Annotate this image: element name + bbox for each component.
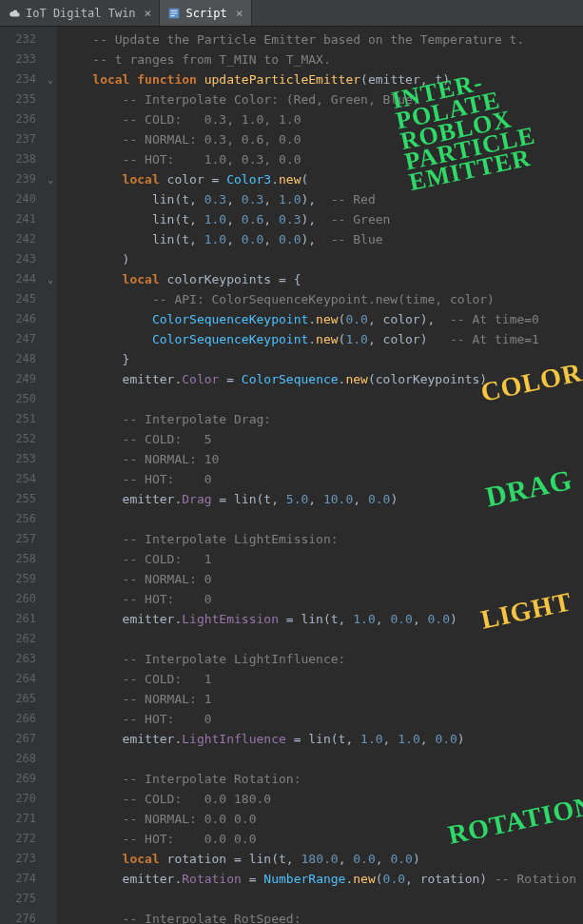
tab-bar: IoT Digital Twin × Script × <box>0 0 583 27</box>
code-line[interactable]: -- COLD: 5 <box>63 429 583 449</box>
line-number: 235 <box>0 89 44 109</box>
code-line[interactable]: -- NORMAL: 0.3, 0.6, 0.0 <box>63 129 583 149</box>
line-number: 257 <box>0 529 44 549</box>
line-number: 253 <box>0 449 44 469</box>
line-number: 261 <box>0 609 44 629</box>
code-line[interactable]: -- HOT: 0 <box>63 589 583 609</box>
code-line[interactable]: -- COLD: 0.0 180.0 <box>63 789 583 809</box>
tab-iot[interactable]: IoT Digital Twin × <box>0 0 160 26</box>
code-line[interactable]: -- NORMAL: 1 <box>63 689 583 709</box>
script-icon <box>167 7 181 20</box>
code-line[interactable]: local colorKeypoints = { <box>63 269 583 289</box>
line-number: 268 <box>0 749 44 769</box>
line-number: 270 <box>0 789 44 809</box>
line-number: 276 <box>0 909 44 924</box>
line-number: 267 <box>0 729 44 749</box>
code-line[interactable]: -- NORMAL: 0.0 0.0 <box>63 809 583 829</box>
line-number: 275 <box>0 889 44 909</box>
code-line[interactable]: -- Interpolate RotSpeed: <box>63 909 583 924</box>
code-line[interactable]: -- Interpolate Color: (Red, Green, Blue) <box>63 89 583 109</box>
line-number: 256 <box>0 509 44 529</box>
code-line[interactable]: emitter.LightInfluence = lin(t, 1.0, 1.0… <box>63 729 583 749</box>
editor[interactable]: 2322332342352362372382392402412422432442… <box>0 27 583 924</box>
code-line[interactable]: local rotation = lin(t, 180.0, 0.0, 0.0) <box>63 849 583 869</box>
line-number: 251 <box>0 409 44 429</box>
code-line[interactable]: -- COLD: 1 <box>63 549 583 569</box>
code-line[interactable]: emitter.Color = ColorSequence.new(colorK… <box>63 369 583 389</box>
code-line[interactable] <box>63 629 583 649</box>
line-number: 269 <box>0 769 44 789</box>
code-line[interactable]: -- Update the Particle Emitter based on … <box>63 29 583 49</box>
fold-chevron-icon[interactable]: ⌄ <box>44 69 57 89</box>
code-line[interactable]: -- COLD: 0.3, 1.0, 1.0 <box>63 109 583 129</box>
close-icon[interactable]: × <box>232 6 243 20</box>
tab-label: Script <box>185 7 226 20</box>
code-line[interactable]: -- NORMAL: 0 <box>63 569 583 589</box>
code-line[interactable]: -- HOT: 0 <box>63 709 583 729</box>
code-line[interactable]: -- COLD: 1 <box>63 669 583 689</box>
line-number: 258 <box>0 549 44 569</box>
line-number: 272 <box>0 829 44 849</box>
fold-column: ⌄⌄⌄ <box>44 27 57 924</box>
cloud-icon <box>8 7 21 20</box>
line-number: 250 <box>0 389 44 409</box>
line-number: 263 <box>0 649 44 669</box>
code-line[interactable]: emitter.Drag = lin(t, 5.0, 10.0, 0.0) <box>63 489 583 509</box>
fold-chevron-icon[interactable]: ⌄ <box>44 269 57 289</box>
tab-script[interactable]: Script × <box>160 0 251 26</box>
code-line[interactable]: -- Interpolate LightInfluence: <box>63 649 583 669</box>
line-number: 254 <box>0 469 44 489</box>
line-number: 239 <box>0 169 44 189</box>
code-line[interactable]: ) <box>63 249 583 269</box>
code-line[interactable] <box>63 509 583 529</box>
code-line[interactable]: ColorSequenceKeypoint.new(1.0, color) --… <box>63 329 583 349</box>
fold-chevron-icon[interactable]: ⌄ <box>44 169 57 189</box>
line-number: 234 <box>0 69 44 89</box>
line-number: 273 <box>0 849 44 869</box>
code-line[interactable]: -- API: ColorSequenceKeypoint.new(time, … <box>63 289 583 309</box>
line-number: 242 <box>0 229 44 249</box>
line-number: 243 <box>0 249 44 269</box>
code-line[interactable] <box>63 749 583 769</box>
code-line[interactable] <box>63 889 583 909</box>
code-line[interactable]: lin(t, 1.0, 0.0, 0.0), -- Blue <box>63 229 583 249</box>
code-line[interactable]: -- Interpolate LightEmission: <box>63 529 583 549</box>
line-number: 262 <box>0 629 44 649</box>
code-line[interactable]: -- HOT: 0 <box>63 469 583 489</box>
line-number: 241 <box>0 209 44 229</box>
code-line[interactable]: -- t ranges from T_MIN to T_MAX. <box>63 49 583 69</box>
line-number: 264 <box>0 669 44 689</box>
code-line[interactable]: ColorSequenceKeypoint.new(0.0, color), -… <box>63 309 583 329</box>
close-icon[interactable]: × <box>141 6 152 20</box>
line-number: 244 <box>0 269 44 289</box>
line-number: 233 <box>0 49 44 69</box>
line-number: 249 <box>0 369 44 389</box>
code-line[interactable]: -- Interpolate Drag: <box>63 409 583 429</box>
line-number: 271 <box>0 809 44 829</box>
code-line[interactable]: } <box>63 349 583 369</box>
line-number: 252 <box>0 429 44 449</box>
line-number: 232 <box>0 29 44 49</box>
code-line[interactable]: -- HOT: 1.0, 0.3, 0.0 <box>63 149 583 169</box>
code-line[interactable]: local color = Color3.new( <box>63 169 583 189</box>
line-number: 237 <box>0 129 44 149</box>
code-line[interactable]: emitter.LightEmission = lin(t, 1.0, 0.0,… <box>63 609 583 629</box>
line-number: 260 <box>0 589 44 609</box>
line-number: 266 <box>0 709 44 729</box>
line-gutter: 2322332342352362372382392402412422432442… <box>0 27 44 924</box>
line-number: 248 <box>0 349 44 369</box>
line-number: 240 <box>0 189 44 209</box>
line-number: 247 <box>0 329 44 349</box>
line-number: 255 <box>0 489 44 509</box>
line-number: 265 <box>0 689 44 709</box>
code-line[interactable]: emitter.Rotation = NumberRange.new(0.0, … <box>63 869 583 889</box>
code-area[interactable]: -- Update the Particle Emitter based on … <box>57 27 583 924</box>
line-number: 245 <box>0 289 44 309</box>
code-line[interactable]: local function updateParticleEmitter(emi… <box>63 69 583 89</box>
code-line[interactable] <box>63 389 583 409</box>
code-line[interactable]: -- Interpolate Rotation: <box>63 769 583 789</box>
code-line[interactable]: -- HOT: 0.0 0.0 <box>63 829 583 849</box>
code-line[interactable]: lin(t, 0.3, 0.3, 1.0), -- Red <box>63 189 583 209</box>
code-line[interactable]: lin(t, 1.0, 0.6, 0.3), -- Green <box>63 209 583 229</box>
code-line[interactable]: -- NORMAL: 10 <box>63 449 583 469</box>
